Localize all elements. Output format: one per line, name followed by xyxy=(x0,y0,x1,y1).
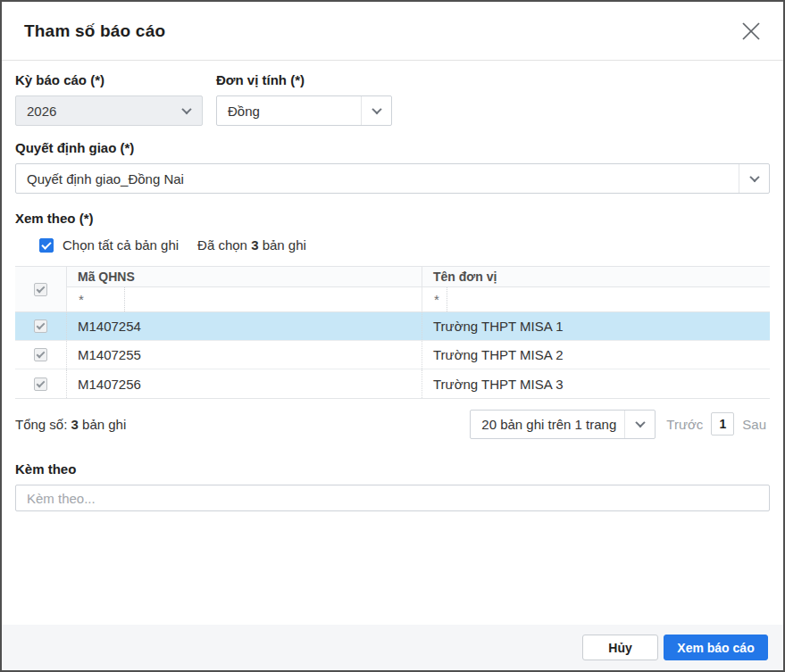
table-row[interactable]: M1407255 Trường THPT MISA 2 xyxy=(15,341,770,369)
page-size-arrow xyxy=(624,411,655,438)
dialog-title: Tham số báo cáo xyxy=(24,21,165,41)
filter-row: * * xyxy=(66,287,770,312)
decision-arrow xyxy=(739,164,769,193)
column-header-row: Mã QHNS Tên đơn vị xyxy=(66,267,770,287)
pagination: 20 bản ghi trên 1 trang Trước 1 Sau xyxy=(470,410,766,439)
decision-field: Quyết định giao (*) Quyết định giao_Đồng… xyxy=(15,140,766,194)
chevron-down-icon xyxy=(181,104,191,114)
close-icon xyxy=(739,20,763,43)
filter-value-name: * xyxy=(422,287,447,311)
filter-cell-code[interactable]: * xyxy=(66,287,422,311)
selected-prefix: Đã chọn xyxy=(197,237,251,253)
period-label: Kỳ báo cáo (*) xyxy=(15,72,203,87)
row-check-cell xyxy=(15,341,66,369)
page-size-value: 20 bản ghi trên 1 trang xyxy=(471,417,624,432)
period-value: 2026 xyxy=(16,104,171,119)
table-header: Mã QHNS Tên đơn vị * * xyxy=(15,267,770,312)
chevron-down-icon xyxy=(749,172,759,182)
decision-value: Quyết định giao_Đồng Nai xyxy=(16,171,739,187)
column-header-code[interactable]: Mã QHNS xyxy=(66,267,422,286)
unit-value: Đồng xyxy=(217,104,361,119)
cancel-button[interactable]: Hủy xyxy=(582,635,658,660)
total-count-text: Tổng số: 3 bản ghi xyxy=(15,417,126,432)
row-name: Trường THPT MISA 1 xyxy=(422,312,770,340)
chevron-down-icon xyxy=(635,418,645,427)
row-name: Trường THPT MISA 3 xyxy=(422,369,770,398)
decision-label: Quyết định giao (*) xyxy=(15,140,766,155)
dialog-footer: Hủy Xem báo cáo xyxy=(2,625,783,670)
table-row[interactable]: M1407254 Trường THPT MISA 1 xyxy=(15,312,770,341)
total-suffix: bản ghi xyxy=(79,417,126,432)
next-page-button[interactable]: Sau xyxy=(742,417,766,432)
summary-row: Tổng số: 3 bản ghi 20 bản ghi trên 1 tra… xyxy=(15,409,766,439)
page-size-select[interactable]: 20 bản ghi trên 1 trang xyxy=(470,410,656,439)
table-header-main: Mã QHNS Tên đơn vị * * xyxy=(66,267,770,312)
prev-page-button[interactable]: Trước xyxy=(666,417,703,432)
dialog-body: Kỳ báo cáo (*) 2026 Đơn vị tính (*) Đồng… xyxy=(2,61,783,511)
select-all-row: Chọn tất cả bản ghi Đã chọn 3 bản ghi xyxy=(39,237,766,253)
select-all-checkbox[interactable] xyxy=(39,238,54,253)
attachment-label: Kèm theo xyxy=(15,461,766,477)
dialog-header: Tham số báo cáo xyxy=(2,2,783,61)
selected-count-text: Đã chọn 3 bản ghi xyxy=(197,237,306,253)
selected-suffix: bản ghi xyxy=(258,237,305,253)
close-button[interactable] xyxy=(738,18,764,45)
current-page-number[interactable]: 1 xyxy=(711,412,734,436)
attachment-input[interactable] xyxy=(15,485,770,511)
units-table: Mã QHNS Tên đơn vị * * M1407254 Trường T… xyxy=(15,266,770,399)
filter-value-code: * xyxy=(67,287,125,311)
row-checkbox[interactable] xyxy=(34,348,47,361)
unit-field: Đơn vị tính (*) Đồng xyxy=(216,72,392,126)
header-checkbox[interactable] xyxy=(34,283,47,296)
row-code: M1407256 xyxy=(66,369,422,398)
period-field: Kỳ báo cáo (*) 2026 xyxy=(15,72,203,126)
unit-label: Đơn vị tính (*) xyxy=(216,72,392,87)
decision-select[interactable]: Quyết định giao_Đồng Nai xyxy=(15,163,770,194)
view-by-label: Xem theo (*) xyxy=(15,211,766,226)
row-code: M1407254 xyxy=(66,312,422,340)
filter-cell-name[interactable]: * xyxy=(422,287,770,311)
row-checkbox[interactable] xyxy=(34,377,47,391)
period-arrow xyxy=(171,96,202,125)
view-report-button[interactable]: Xem báo cáo xyxy=(664,635,768,660)
row-checkbox[interactable] xyxy=(34,319,47,333)
unit-select[interactable]: Đồng xyxy=(216,95,392,126)
header-check-cell xyxy=(15,267,66,312)
total-count: 3 xyxy=(71,417,79,432)
unit-arrow xyxy=(361,96,391,125)
row-code: M1407255 xyxy=(66,341,422,369)
row-check-cell xyxy=(15,369,66,398)
top-fields-row: Kỳ báo cáo (*) 2026 Đơn vị tính (*) Đồng xyxy=(15,72,766,126)
chevron-down-icon xyxy=(372,104,381,114)
report-params-dialog: Tham số báo cáo Kỳ báo cáo (*) 2026 Đơn … xyxy=(0,0,785,672)
select-all-label: Chọn tất cả bản ghi xyxy=(63,237,179,253)
table-row[interactable]: M1407256 Trường THPT MISA 3 xyxy=(15,369,770,398)
row-name: Trường THPT MISA 2 xyxy=(422,341,770,369)
total-prefix: Tổng số: xyxy=(15,417,71,432)
column-header-name[interactable]: Tên đơn vị xyxy=(422,267,770,286)
period-select[interactable]: 2026 xyxy=(15,95,203,126)
row-check-cell xyxy=(15,312,66,340)
